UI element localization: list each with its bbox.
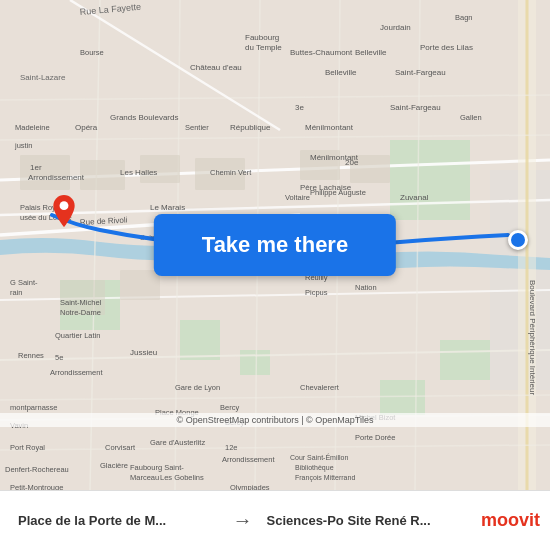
- svg-text:Château d'eau: Château d'eau: [190, 63, 242, 72]
- svg-text:Picpus: Picpus: [305, 288, 328, 297]
- svg-text:Les Gobelins: Les Gobelins: [160, 473, 204, 482]
- svg-text:Denfert-Rochereau: Denfert-Rochereau: [5, 465, 69, 474]
- svg-text:Belleville: Belleville: [325, 68, 357, 77]
- svg-text:Gare de Lyon: Gare de Lyon: [175, 383, 220, 392]
- svg-text:Saint-Michel: Saint-Michel: [60, 298, 102, 307]
- svg-text:12e: 12e: [225, 443, 238, 452]
- destination-pin: [52, 195, 76, 227]
- svg-text:Saint-Lazare: Saint-Lazare: [20, 73, 66, 82]
- origin-pin: [508, 230, 528, 250]
- moovit-logo: moovit: [475, 510, 540, 531]
- svg-text:G Saint-: G Saint-: [10, 278, 38, 287]
- svg-text:Saint-Fargeau: Saint-Fargeau: [395, 68, 446, 77]
- svg-point-114: [60, 201, 69, 210]
- svg-text:Petit-Montrouge: Petit-Montrouge: [10, 483, 63, 490]
- button-overlay: Take me there: [154, 214, 396, 276]
- svg-text:Faubourg Saint-: Faubourg Saint-: [130, 463, 184, 472]
- svg-text:rain: rain: [10, 288, 23, 297]
- svg-rect-27: [80, 160, 125, 190]
- route-arrow: →: [227, 509, 259, 532]
- map-attribution: © OpenStreetMap contributors | © OpenMap…: [0, 413, 550, 427]
- svg-text:Chemin Vert: Chemin Vert: [210, 168, 252, 177]
- svg-text:Bibliothèque: Bibliothèque: [295, 464, 334, 472]
- origin-location-name: Place de la Porte de M...: [18, 513, 218, 528]
- svg-rect-5: [440, 340, 490, 380]
- svg-text:Jussieu: Jussieu: [130, 348, 157, 357]
- svg-text:Bourse: Bourse: [80, 48, 104, 57]
- svg-text:Marceau: Marceau: [130, 473, 159, 482]
- svg-text:Saint-Fargeau: Saint-Fargeau: [390, 103, 441, 112]
- svg-text:Porte des Lilas: Porte des Lilas: [420, 43, 473, 52]
- destination-location: Sciences-Po Site René R...: [259, 513, 476, 528]
- svg-text:Ménilmontant: Ménilmontant: [305, 123, 354, 132]
- svg-rect-4: [240, 350, 270, 375]
- map-container: Rue La Fayette Saint-Lazare Opéra Grands…: [0, 0, 550, 490]
- svg-text:Opéra: Opéra: [75, 123, 98, 132]
- svg-text:1er: 1er: [30, 163, 42, 172]
- svg-text:Jourdain: Jourdain: [380, 23, 411, 32]
- svg-text:Le Marais: Le Marais: [150, 203, 185, 212]
- svg-text:Buttes-Chaumont: Buttes-Chaumont: [290, 48, 353, 57]
- origin-location: Place de la Porte de M...: [10, 513, 227, 528]
- svg-text:Gare d'Austerlitz: Gare d'Austerlitz: [150, 438, 205, 447]
- svg-text:Arrondissement: Arrondissement: [28, 173, 85, 182]
- svg-text:Gallen: Gallen: [460, 113, 482, 122]
- svg-text:Philippe Auguste: Philippe Auguste: [310, 188, 366, 197]
- svg-text:Arrondissement: Arrondissement: [50, 368, 103, 377]
- svg-text:Corvisart: Corvisart: [105, 443, 136, 452]
- svg-text:Nation: Nation: [355, 283, 377, 292]
- take-me-there-button[interactable]: Take me there: [154, 214, 396, 276]
- svg-text:du Temple: du Temple: [245, 43, 282, 52]
- destination-location-name: Sciences-Po Site René R...: [267, 513, 467, 528]
- svg-text:montparnasse: montparnasse: [10, 403, 58, 412]
- svg-text:Voltaire: Voltaire: [285, 193, 310, 202]
- svg-text:Chevalerert: Chevalerert: [300, 383, 340, 392]
- svg-rect-1: [390, 140, 470, 220]
- svg-text:Cour Saint-Émillon: Cour Saint-Émillon: [290, 453, 348, 461]
- svg-text:Zuvanal: Zuvanal: [400, 193, 429, 202]
- svg-text:Quartier Latin: Quartier Latin: [55, 331, 100, 340]
- svg-text:Notre-Dame: Notre-Dame: [60, 308, 101, 317]
- svg-text:20e: 20e: [345, 158, 359, 167]
- svg-text:Rennes: Rennes: [18, 351, 44, 360]
- svg-text:République: République: [230, 123, 271, 132]
- svg-text:Les Halles: Les Halles: [120, 168, 157, 177]
- svg-rect-6: [380, 380, 425, 415]
- svg-text:5e: 5e: [55, 353, 63, 362]
- svg-text:Arrondissement: Arrondissement: [222, 455, 275, 464]
- svg-text:Porte Dorée: Porte Dorée: [355, 433, 395, 442]
- svg-text:Bercy: Bercy: [220, 403, 239, 412]
- svg-text:Madeleine: Madeleine: [15, 123, 50, 132]
- svg-text:Glacière: Glacière: [100, 461, 128, 470]
- svg-text:Grands Boulevards: Grands Boulevards: [110, 113, 178, 122]
- svg-text:Boulevard Périphérique Intérie: Boulevard Périphérique Intérieur: [528, 280, 537, 396]
- svg-text:justin: justin: [14, 141, 33, 150]
- svg-text:Sentier: Sentier: [185, 123, 209, 132]
- svg-text:François Mitterrand: François Mitterrand: [295, 474, 355, 482]
- svg-text:Port Royal: Port Royal: [10, 443, 45, 452]
- svg-text:Bagn: Bagn: [455, 13, 473, 22]
- svg-rect-3: [180, 320, 220, 360]
- svg-text:Olympiades: Olympiades: [230, 483, 270, 490]
- moovit-logo-text: moovit: [481, 510, 540, 531]
- bottom-bar: Place de la Porte de M... → Sciences-Po …: [0, 490, 550, 550]
- svg-text:Belleville: Belleville: [355, 48, 387, 57]
- svg-text:Faubourg: Faubourg: [245, 33, 279, 42]
- svg-text:3e: 3e: [295, 103, 304, 112]
